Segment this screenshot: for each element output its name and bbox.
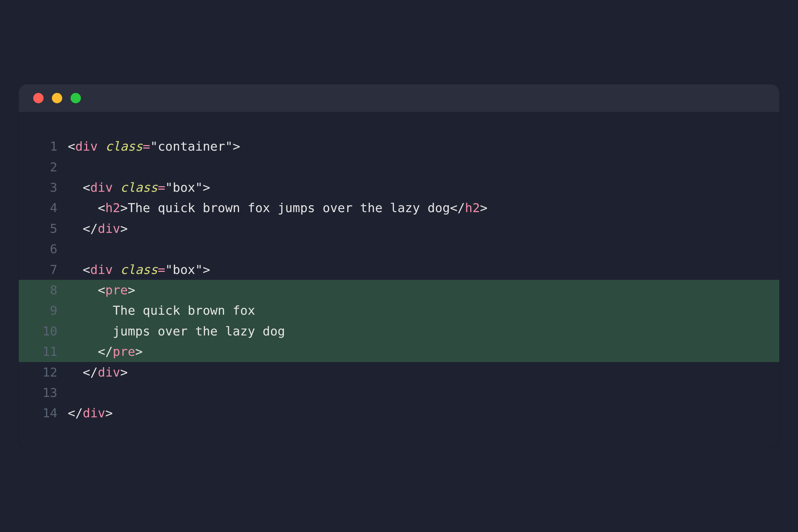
code-window: 1<div class="container">2 3 <div class="… <box>19 84 779 447</box>
line-number: 12 <box>19 362 68 382</box>
code-line[interactable]: 2 <box>19 157 779 177</box>
line-number: 1 <box>19 136 68 156</box>
line-number: 11 <box>19 341 68 362</box>
line-number: 4 <box>19 198 68 218</box>
line-number: 2 <box>19 157 68 177</box>
line-content[interactable]: <div class="box"> <box>68 259 210 280</box>
code-line[interactable]: 12 </div> <box>19 362 779 382</box>
line-number: 3 <box>19 177 68 198</box>
code-line[interactable]: 10 jumps over the lazy dog <box>19 321 779 341</box>
code-line[interactable]: 13 <box>19 382 779 403</box>
line-content[interactable]: </pre> <box>68 341 143 362</box>
zoom-icon[interactable] <box>71 93 81 103</box>
code-line[interactable]: 8 <pre> <box>19 280 779 300</box>
line-content[interactable]: <pre> <box>68 280 135 300</box>
line-number: 8 <box>19 280 68 300</box>
line-content[interactable] <box>68 239 75 259</box>
code-line[interactable]: 4 <h2>The quick brown fox jumps over the… <box>19 198 779 218</box>
line-content[interactable]: </div> <box>68 403 113 423</box>
line-number: 14 <box>19 403 68 423</box>
line-number: 5 <box>19 218 68 239</box>
code-line[interactable]: 11 </pre> <box>19 341 779 362</box>
line-content[interactable]: The quick brown fox <box>68 300 255 321</box>
line-content[interactable]: <div class="box"> <box>68 177 210 198</box>
line-content[interactable]: </div> <box>68 362 128 382</box>
line-content[interactable]: <div class="container"> <box>68 136 240 156</box>
line-number: 10 <box>19 321 68 341</box>
line-number: 9 <box>19 300 68 321</box>
titlebar <box>19 84 779 112</box>
line-number: 13 <box>19 382 68 403</box>
code-editor[interactable]: 1<div class="container">2 3 <div class="… <box>19 112 779 447</box>
close-icon[interactable] <box>33 93 44 103</box>
code-line[interactable]: 3 <div class="box"> <box>19 177 779 198</box>
line-content[interactable]: </div> <box>68 218 128 239</box>
code-line[interactable]: 7 <div class="box"> <box>19 259 779 280</box>
minimize-icon[interactable] <box>52 93 62 103</box>
line-number: 6 <box>19 239 68 259</box>
code-line[interactable]: 5 </div> <box>19 218 779 239</box>
line-number: 7 <box>19 259 68 280</box>
code-line[interactable]: 14</div> <box>19 403 779 423</box>
line-content[interactable]: <h2>The quick brown fox jumps over the l… <box>68 198 488 218</box>
line-content[interactable]: jumps over the lazy dog <box>68 321 285 341</box>
line-content[interactable] <box>68 382 75 403</box>
code-line[interactable]: 6 <box>19 239 779 259</box>
code-line[interactable]: 9 The quick brown fox <box>19 300 779 321</box>
code-line[interactable]: 1<div class="container"> <box>19 136 779 156</box>
line-content[interactable] <box>68 157 75 177</box>
